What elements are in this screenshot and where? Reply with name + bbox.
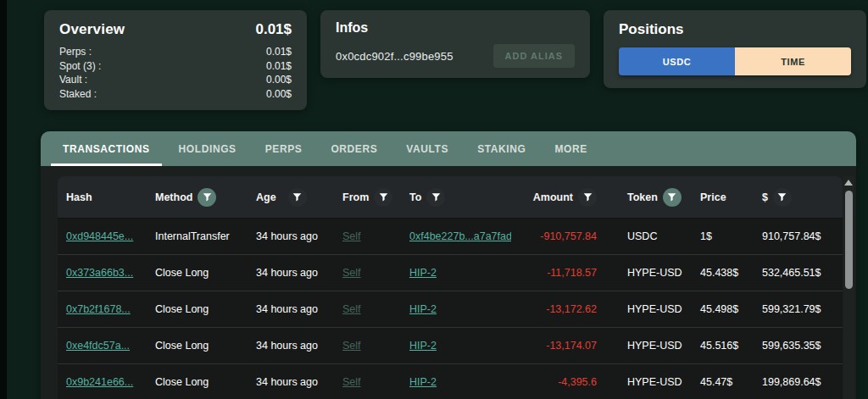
- filter-icon[interactable]: [198, 188, 216, 207]
- to-link[interactable]: HIP-2: [409, 303, 437, 315]
- tab-more[interactable]: MORE: [540, 131, 601, 166]
- positions-title: Positions: [619, 21, 851, 38]
- page-background: Overview 0.01$ Perps : 0.01$ Spot (3) : …: [7, 0, 868, 399]
- table-row: 0xd948445e... InternalTransfer 34 hours …: [58, 219, 843, 255]
- cell-from: Self: [334, 267, 401, 279]
- cell-to: HIP-2: [401, 340, 511, 352]
- infos-card: Infos 0x0cdc902f...c99be955 ADD ALIAS: [320, 10, 590, 78]
- cell-age: 34 hours ago: [248, 230, 334, 242]
- cell-amount: -4,395.6: [511, 376, 605, 388]
- overview-row-spot: Spot (3) : 0.01$: [59, 59, 292, 74]
- cell-price: 45.438$: [687, 267, 754, 279]
- cell-token: HYPE-USD: [605, 303, 687, 315]
- scrollbar-thumb[interactable]: [845, 191, 853, 289]
- overview-row-label: Spot (3) :: [59, 59, 101, 74]
- from-link[interactable]: Self: [342, 303, 361, 315]
- infos-row: 0x0cdc902f...c99be955 ADD ALIAS: [336, 44, 575, 68]
- tab-staking[interactable]: STAKING: [463, 131, 540, 166]
- column-header-age: Age: [248, 188, 334, 207]
- cell-hash: 0xe4fdc57a...: [58, 340, 147, 352]
- column-header-label: Age: [256, 191, 276, 203]
- table-row: 0x7b2f1678... Close Long 34 hours ago Se…: [58, 291, 843, 328]
- tab-label: ORDERS: [331, 143, 377, 155]
- filter-icon[interactable]: [663, 188, 682, 207]
- table-scrollbar[interactable]: [843, 176, 854, 399]
- tab-label: HOLDINGS: [179, 143, 236, 155]
- tab-orders[interactable]: ORDERS: [316, 131, 392, 166]
- tab-holdings[interactable]: HOLDINGS: [164, 131, 251, 166]
- positions-toggle-segment-usdc[interactable]: USDC: [619, 47, 735, 75]
- to-link[interactable]: HIP-2: [409, 267, 437, 279]
- column-header-amount: Amount: [511, 188, 605, 207]
- overview-row-value: 0.00$: [266, 73, 292, 87]
- filter-icon[interactable]: [288, 188, 307, 207]
- column-header-token: Token: [605, 188, 687, 207]
- cell-to: HIP-2: [401, 267, 511, 279]
- cell-token: HYPE-USD: [605, 376, 687, 388]
- from-link[interactable]: Self: [342, 376, 361, 388]
- cell-to: HIP-2: [401, 303, 511, 315]
- overview-row-value: 0.00$: [266, 87, 292, 102]
- hash-link[interactable]: 0x9b241e66...: [66, 376, 133, 388]
- tab-perps[interactable]: PERPS: [251, 131, 317, 166]
- cell-age: 34 hours ago: [248, 376, 334, 388]
- tab-vaults[interactable]: VAULTS: [392, 131, 463, 166]
- cell-hash: 0x7b2f1678...: [58, 303, 147, 315]
- column-header-label: Price: [700, 191, 726, 203]
- cell-usd: 599,321.79$: [754, 303, 843, 315]
- cell-to: 0xf4be227b...a7a7fad2: [401, 230, 511, 242]
- add-alias-button[interactable]: ADD ALIAS: [493, 44, 575, 68]
- column-header-label: Amount: [533, 191, 573, 203]
- cell-age: 34 hours ago: [248, 303, 334, 315]
- filter-icon[interactable]: [374, 188, 392, 207]
- positions-toggle-segment-time[interactable]: TIME: [735, 47, 851, 75]
- cell-method: Close Long: [147, 376, 248, 388]
- cell-token: HYPE-USD: [605, 340, 687, 352]
- from-link[interactable]: Self: [342, 267, 361, 279]
- hash-link[interactable]: 0x373a66b3...: [66, 267, 133, 279]
- column-header-label: From: [342, 191, 369, 203]
- column-header-from: From: [334, 188, 401, 207]
- from-link[interactable]: Self: [342, 230, 361, 242]
- overview-row-label: Perps :: [59, 45, 92, 59]
- filter-icon[interactable]: [426, 188, 445, 207]
- column-header-label: Hash: [66, 191, 92, 203]
- cell-hash: 0x9b241e66...: [58, 376, 147, 388]
- overview-row-value: 0.01$: [266, 45, 292, 59]
- positions-toggle: USDC TIME: [619, 47, 851, 75]
- from-link[interactable]: Self: [342, 340, 361, 352]
- tab-label: PERPS: [265, 143, 303, 155]
- filter-icon[interactable]: [773, 188, 792, 207]
- overview-row-staked: Staked : 0.00$: [59, 87, 292, 102]
- tab-label: VAULTS: [406, 143, 448, 155]
- to-link[interactable]: HIP-2: [409, 376, 437, 388]
- positions-toggle-label: USDC: [663, 57, 692, 67]
- overview-header: Overview 0.01$: [59, 21, 292, 38]
- cell-usd: 199,869.64$: [754, 376, 843, 388]
- hash-link[interactable]: 0xe4fdc57a...: [66, 340, 130, 352]
- scroll-up-arrow[interactable]: [844, 180, 853, 186]
- cell-price: 45.498$: [687, 303, 754, 315]
- cell-amount: -13,172.62: [511, 303, 605, 315]
- to-link[interactable]: 0xf4be227b...a7a7fad2: [409, 230, 511, 242]
- cell-usd: 532,465.51$: [754, 267, 843, 279]
- positions-toggle-label: TIME: [781, 57, 805, 67]
- cell-from: Self: [334, 376, 401, 388]
- filter-icon[interactable]: [578, 188, 597, 207]
- to-link[interactable]: HIP-2: [409, 340, 437, 352]
- table-row: 0x9b241e66... Close Long 34 hours ago Se…: [58, 364, 843, 399]
- positions-card: Positions USDC TIME: [604, 10, 866, 88]
- column-header-hash: Hash: [58, 191, 147, 203]
- cell-to: HIP-2: [401, 376, 511, 388]
- cell-from: Self: [334, 230, 401, 242]
- column-header-usd: $: [754, 188, 843, 207]
- overview-row-label: Vault :: [59, 73, 87, 87]
- cell-price: 1$: [687, 230, 754, 242]
- overview-title: Overview: [59, 21, 125, 38]
- tab-transactions[interactable]: TRANSACTIONS: [48, 131, 164, 166]
- hash-link[interactable]: 0xd948445e...: [66, 230, 133, 242]
- cell-usd: 910,757.84$: [754, 230, 843, 242]
- table-row: 0xe4fdc57a... Close Long 34 hours ago Se…: [58, 328, 843, 364]
- column-header-price: Price: [687, 191, 754, 203]
- hash-link[interactable]: 0x7b2f1678...: [66, 303, 131, 315]
